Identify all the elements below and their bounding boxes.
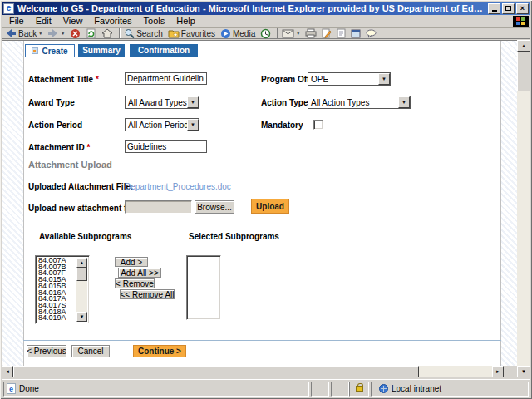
menu-file[interactable]: File [3,15,30,27]
page-content: Create Summary Confirmation Attachment T… [2,40,519,377]
ie-page-icon: e [7,383,16,394]
restore-button[interactable] [502,3,515,14]
vertical-scrollbar[interactable]: ▲ ▼ [517,40,530,377]
scrollbar-thumb[interactable] [13,366,419,377]
selected-subprograms-label: Selected Subprograms [189,232,279,241]
continue-button[interactable]: Continue > [133,345,186,357]
document-icon [337,28,346,38]
scrollbar-thumb[interactable] [517,52,530,91]
uploaded-file-link[interactable]: Department_Procedures.doc [125,182,231,191]
menu-view[interactable]: View [57,15,89,27]
status-bar: e Done Local intranet [2,379,530,397]
award-type-label: Award Type [28,98,75,107]
upload-button[interactable]: Upload [251,199,289,214]
scrollbar-corner [504,366,517,377]
title-bar: e Welcome to G5 - Department of Educatio… [2,2,530,15]
minimize-button[interactable] [488,3,500,14]
action-period-select[interactable]: All Action Periods ▼ [125,118,200,131]
favorites-button[interactable]: Favorites [168,28,215,38]
menu-favorites[interactable]: Favorites [88,15,137,27]
discuss-button[interactable] [366,29,377,38]
fullscreen-button[interactable] [351,29,361,38]
dropdown-arrow-icon[interactable]: ▼ [187,119,199,131]
mandatory-checkbox[interactable] [313,120,323,130]
scroll-down-icon[interactable]: ▼ [517,366,530,377]
previous-button[interactable]: < Previous [27,345,66,357]
attachment-id-input[interactable] [125,140,207,153]
form-left-border [23,41,24,377]
add-all-button[interactable]: Add All >> [118,268,161,278]
action-type-label: Action Type [261,98,308,107]
back-dropdown-icon[interactable]: ▼ [38,31,42,36]
forward-dropdown-icon[interactable]: ▼ [61,31,65,36]
zone-text: Local intranet [392,384,441,393]
mail-button[interactable]: ▼ [282,29,300,38]
menu-edit[interactable]: Edit [30,15,57,27]
refresh-button[interactable] [86,28,96,39]
action-type-select[interactable]: All Action Types ▼ [308,96,411,109]
back-arrow-icon [5,28,17,38]
remove-button[interactable]: < Remove [115,278,155,288]
history-icon [260,28,271,39]
tab-summary[interactable]: Summary [78,44,125,57]
attachment-title-label: Attachment Title * [28,75,99,84]
window-title: Welcome to G5 - Department of Education … [17,3,488,13]
page-left-margin [2,41,23,377]
close-button[interactable]: × [516,3,529,14]
menu-tools[interactable]: Tools [138,15,171,27]
forward-arrow-icon [47,28,59,38]
scroll-right-icon[interactable]: ► [492,366,504,377]
media-button[interactable]: Media [220,28,255,39]
available-subprograms-listbox[interactable]: 84.007A 84.007B 84.007F 84.015A 84.015B … [35,255,90,324]
remove-all-button[interactable]: << Remove All [120,289,175,299]
create-tab-icon [32,47,38,54]
program-office-select[interactable]: OPE ▼ [308,72,391,86]
tab-create[interactable]: Create [25,44,75,57]
mandatory-label: Mandatory [261,121,303,130]
dropdown-arrow-icon[interactable]: ▼ [187,96,199,108]
menu-help[interactable]: Help [170,15,201,27]
available-subprograms-label: Available Subprograms [39,232,131,241]
horizontal-scrollbar[interactable]: ◄ ► [2,366,517,377]
bottom-divider [23,340,501,341]
document-button[interactable] [337,28,346,38]
status-pane: e Done [3,382,309,397]
list-option[interactable]: 84.019A [37,315,76,322]
dropdown-arrow-icon[interactable]: ▼ [398,96,410,108]
browse-button[interactable]: Browse... [195,200,234,214]
listbox-scrollbar[interactable]: ▲ ▼ [76,258,87,322]
stop-button[interactable] [70,28,81,39]
scrollbar-thumb[interactable] [76,268,87,281]
print-button[interactable] [305,28,317,38]
edit-button[interactable] [322,28,332,38]
edit-icon [322,28,332,38]
history-button[interactable] [260,28,271,39]
scroll-down-icon[interactable]: ▼ [76,312,87,322]
scroll-up-icon[interactable]: ▲ [517,40,530,52]
forward-button[interactable]: ▼ [47,28,65,38]
attachment-title-input[interactable] [125,72,207,85]
back-button[interactable]: Back▼ [5,28,42,38]
page-right-margin [501,41,519,377]
attachment-id-label: Attachment ID * [28,143,90,152]
mail-dropdown-icon[interactable]: ▼ [296,31,300,36]
selected-subprograms-listbox[interactable] [186,255,221,320]
toolbar-separator [277,28,278,38]
cancel-button[interactable]: Cancel [71,345,110,357]
refresh-icon [86,28,96,39]
file-upload-input[interactable] [125,200,192,214]
add-button[interactable]: Add > [115,257,148,267]
award-type-select[interactable]: All Award Types ▼ [125,96,200,109]
status-text: Done [19,384,39,393]
minimize-icon [492,10,497,12]
upload-new-file-label: Upload new attachment file* [28,204,139,213]
home-button[interactable] [101,28,113,38]
search-icon [124,28,135,39]
search-button[interactable]: Search [124,28,163,39]
mail-icon [282,29,294,38]
scroll-up-icon[interactable]: ▲ [76,258,87,268]
tab-confirmation[interactable]: Confirmation [130,44,198,57]
tabs-underline [23,57,501,57]
scroll-left-icon[interactable]: ◄ [2,366,13,377]
dropdown-arrow-icon[interactable]: ▼ [378,73,390,85]
